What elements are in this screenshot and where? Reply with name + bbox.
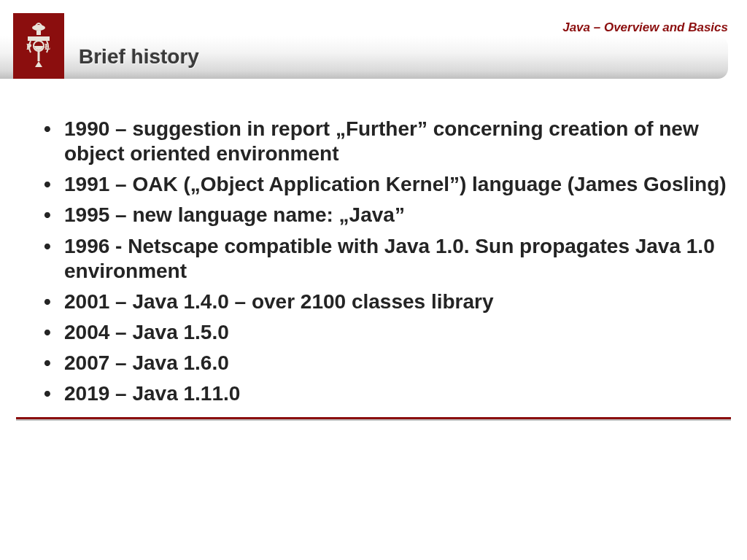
course-subtitle: Java – Overview and Basics xyxy=(0,20,728,35)
bullet-list: 1990 – suggestion in report „Further” co… xyxy=(44,114,732,410)
list-item: 1991 – OAK („Object Application Kernel”)… xyxy=(44,169,732,200)
list-item: 2019 – Java 1.11.0 xyxy=(44,378,732,409)
university-crest-icon: P Ł xyxy=(13,13,64,79)
list-item: 2007 – Java 1.6.0 xyxy=(44,348,732,378)
list-item: 2004 – Java 1.5.0 xyxy=(44,317,732,348)
list-item: 1996 - Netscape compatible with Java 1.0… xyxy=(44,231,732,287)
svg-rect-1 xyxy=(36,31,41,35)
list-item: 2001 – Java 1.4.0 – over 2100 classes li… xyxy=(44,287,732,317)
slide-header: Java – Overview and Basics P Ł Brief his… xyxy=(0,0,747,79)
svg-point-0 xyxy=(32,25,45,31)
slide-title: Brief history xyxy=(79,45,199,69)
list-item: 1995 – new language name: „Java” xyxy=(44,200,732,230)
list-item: 1990 – suggestion in report „Further” co… xyxy=(44,114,732,169)
footer-divider xyxy=(16,417,731,421)
slide-body: 1990 – suggestion in report „Further” co… xyxy=(0,79,747,410)
